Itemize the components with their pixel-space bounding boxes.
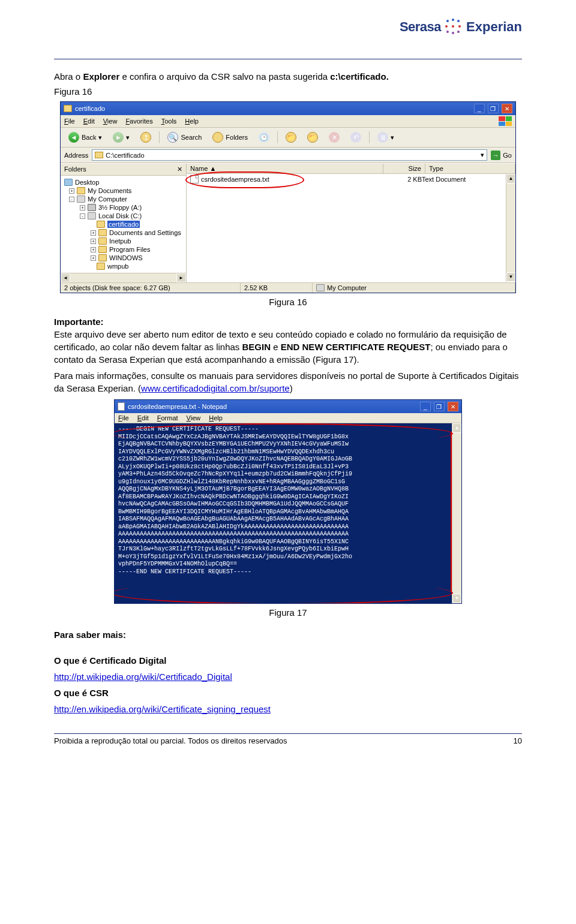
folder-icon bbox=[64, 105, 72, 112]
annotation-oval bbox=[185, 171, 304, 188]
status-location: My Computer bbox=[313, 283, 515, 293]
menu-tools[interactable]: Tools bbox=[161, 118, 177, 125]
tree-docsettings[interactable]: +Documents and Settings bbox=[64, 228, 184, 237]
expand-icon[interactable]: + bbox=[91, 230, 96, 236]
explorer-body: Folders✕ Desktop +My Documents -My Compu… bbox=[61, 163, 515, 282]
tree-mydocs[interactable]: +My Documents bbox=[64, 186, 184, 195]
file-list-pane: Name ▲ Size Type csrdositedaempresa.txt … bbox=[187, 164, 515, 282]
folder-open-icon bbox=[97, 221, 105, 228]
collapse-icon[interactable]: - bbox=[80, 213, 85, 219]
search-button[interactable]: 🔍Search bbox=[163, 130, 206, 145]
tree-localdisk[interactable]: -Local Disk (C:) bbox=[64, 212, 184, 220]
delete-button[interactable]: ✕ bbox=[325, 130, 344, 145]
link-certificado-wiki[interactable]: http://pt.wikipedia.org/wiki/Certificado… bbox=[54, 672, 232, 682]
notepad-textarea[interactable]: -----BEGIN NEW CERTIFICATE REQUEST-----M… bbox=[115, 423, 461, 603]
notepad-scrollbar-v[interactable]: ▲▼ bbox=[452, 423, 461, 603]
delete-icon: ✕ bbox=[329, 132, 340, 143]
more-info-paragraph: Para mais informações, consulte os manua… bbox=[54, 369, 522, 395]
move-to-button[interactable]: 📁 bbox=[281, 130, 301, 145]
folder-icon bbox=[77, 187, 85, 194]
views-icon: ≣ bbox=[377, 132, 388, 143]
status-bar: 2 objects (Disk free space: 6.27 GB) 2.5… bbox=[61, 282, 515, 293]
close-button[interactable]: ✕ bbox=[448, 402, 458, 411]
tree-scrollbar-h[interactable]: ◄► bbox=[61, 273, 186, 282]
expand-icon[interactable]: + bbox=[91, 255, 96, 261]
folder-icon bbox=[98, 229, 107, 236]
file-scrollbar-v[interactable]: ▲▼ bbox=[506, 174, 515, 282]
sort-asc-icon: ▲ bbox=[209, 165, 216, 172]
expand-icon[interactable]: + bbox=[69, 188, 74, 194]
notepad-title: csrdositedaempresa.txt - Notepad bbox=[128, 403, 227, 410]
minimize-button[interactable]: _ bbox=[474, 104, 485, 113]
folder-icon bbox=[98, 246, 107, 253]
explorer-titlebar[interactable]: certificado _ ❐ ✕ bbox=[61, 102, 515, 115]
tree-floppy[interactable]: +3½ Floppy (A:) bbox=[64, 203, 184, 212]
menu-favorites[interactable]: Favorites bbox=[125, 118, 152, 125]
tree-certificado[interactable]: certificado bbox=[64, 220, 184, 228]
menu-view[interactable]: View bbox=[103, 118, 118, 125]
undo-icon: ↶ bbox=[350, 132, 361, 143]
support-link[interactable]: www.certificadodigital.com.br/suporte bbox=[141, 383, 290, 393]
tree-inetpub[interactable]: +Inetpub bbox=[64, 237, 184, 245]
link-csr-wiki[interactable]: http://en.wikipedia.org/wiki/Certificate… bbox=[54, 704, 271, 714]
dropdown-arrow-icon: ▾ bbox=[126, 134, 130, 142]
tree-wmpub[interactable]: wmpub bbox=[64, 262, 184, 270]
intro-bold-1: Explorer bbox=[83, 71, 119, 82]
file-type: Text Document bbox=[422, 176, 512, 183]
toolbar-separator bbox=[369, 131, 370, 143]
undo-button[interactable]: ↶ bbox=[346, 130, 365, 145]
status-size: 2.52 KB bbox=[241, 283, 313, 293]
floppy-icon bbox=[88, 204, 96, 211]
expand-icon[interactable]: + bbox=[80, 205, 85, 210]
history-button[interactable]: 🕑 bbox=[254, 130, 274, 145]
file-size: 2 KB bbox=[380, 176, 422, 183]
close-pane-button[interactable]: ✕ bbox=[177, 165, 182, 173]
maximize-button[interactable]: ❐ bbox=[488, 104, 499, 113]
logo-dots-icon bbox=[445, 18, 463, 36]
col-size[interactable]: Size bbox=[383, 164, 425, 173]
menu-help[interactable]: Help bbox=[185, 118, 199, 125]
back-button[interactable]: ◄Back ▾ bbox=[64, 130, 106, 145]
tree-progfiles[interactable]: +Program Files bbox=[64, 245, 184, 254]
windows-flag-icon bbox=[499, 116, 512, 126]
np-menu-help[interactable]: Help bbox=[209, 414, 223, 422]
np-menu-edit[interactable]: Edit bbox=[137, 414, 149, 422]
address-path: C:\certificado bbox=[106, 152, 144, 159]
dropdown-arrow-icon[interactable]: ▾ bbox=[481, 151, 484, 159]
tree-desktop[interactable]: Desktop bbox=[64, 178, 184, 186]
address-input[interactable]: C:\certificado ▾ bbox=[92, 149, 487, 161]
expand-icon[interactable]: + bbox=[91, 247, 96, 252]
notepad-titlebar[interactable]: csrdositedaempresa.txt - Notepad _ ❐ ✕ bbox=[115, 400, 461, 413]
learn-more-heading: Para saber mais: bbox=[54, 628, 522, 641]
explorer-window: certificado _ ❐ ✕ File Edit View Favorit… bbox=[60, 101, 516, 293]
views-button[interactable]: ≣▾ bbox=[373, 130, 398, 145]
minimize-button[interactable]: _ bbox=[420, 402, 431, 411]
np-menu-view[interactable]: View bbox=[187, 414, 201, 422]
folder-icon bbox=[97, 263, 105, 270]
menu-edit[interactable]: Edit bbox=[83, 118, 95, 125]
up-button[interactable]: ↥ bbox=[136, 130, 155, 145]
folders-pane: Folders✕ Desktop +My Documents -My Compu… bbox=[61, 164, 187, 282]
toolbar-separator bbox=[277, 131, 278, 143]
np-menu-format[interactable]: Format bbox=[157, 414, 178, 422]
notepad-menubar: File Edit Format View Help bbox=[115, 413, 461, 423]
q-csr: O que é CSR bbox=[54, 687, 522, 699]
menu-file[interactable]: File bbox=[64, 118, 75, 125]
collapse-icon[interactable]: - bbox=[69, 197, 74, 202]
tree-mycomputer[interactable]: -My Computer bbox=[64, 195, 184, 203]
go-button[interactable]: →Go bbox=[491, 151, 512, 160]
forward-button[interactable]: ► ▾ bbox=[109, 130, 134, 145]
maximize-button[interactable]: ❐ bbox=[434, 402, 445, 411]
toolbar-separator bbox=[159, 131, 160, 143]
notepad-file-icon bbox=[118, 402, 125, 411]
close-button[interactable]: ✕ bbox=[502, 104, 512, 113]
col-type[interactable]: Type bbox=[425, 164, 515, 173]
tree-windows[interactable]: +WINDOWS bbox=[64, 254, 184, 262]
explorer-toolbar: ◄Back ▾ ► ▾ ↥ 🔍Search Folders 🕑 📁 📁 ✕ ↶ … bbox=[61, 128, 515, 148]
np-menu-file[interactable]: File bbox=[118, 414, 129, 422]
copy-to-button[interactable]: 📁 bbox=[303, 130, 322, 145]
folders-button[interactable]: Folders bbox=[208, 130, 252, 145]
address-bar: Address C:\certificado ▾ →Go bbox=[61, 148, 515, 163]
expand-icon[interactable]: + bbox=[91, 239, 96, 244]
status-objects: 2 objects (Disk free space: 6.27 GB) bbox=[61, 283, 241, 293]
